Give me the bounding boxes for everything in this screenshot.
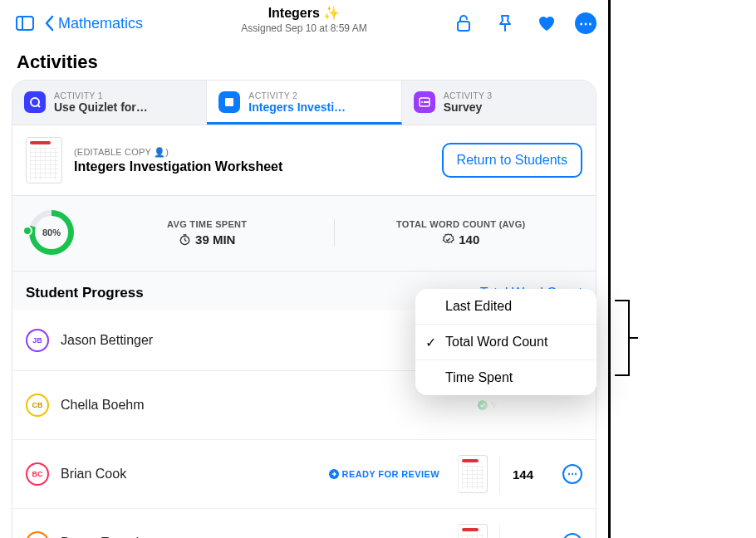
row-more-icon[interactable]: ⋯ — [562, 395, 582, 415]
stat-word-count: TOTAL WORD COUNT (AVG) 140 — [334, 219, 588, 247]
callout-bracket — [615, 300, 630, 301]
page-subtitle: Assigned Sep 10 at 8:59 AM — [241, 22, 366, 34]
stats-row: 80% AVG TIME SPENT 39 MIN TOTAL WORD COU… — [12, 196, 596, 271]
activity-tabs: ACTIVITY 1 Use Quizlet for… ACTIVITY 2 I… — [12, 81, 596, 125]
activity-eyebrow: ACTIVITY 1 — [54, 90, 148, 100]
checkmark-icon: ✓ — [425, 335, 436, 350]
student-progress-heading: Student Progress — [26, 285, 144, 301]
worksheet-row: (EDITABLE COPY 👤) Integers Investigation… — [12, 125, 596, 196]
progress-percent: 80% — [35, 216, 68, 249]
arrow-icon — [329, 469, 339, 479]
worksheet-title: Integers Investigation Worksheet — [74, 159, 430, 174]
stat-avg-time: AVG TIME SPENT 39 MIN — [81, 219, 334, 247]
student-row[interactable]: BC Brian Cook READY FOR REVIEW 144 ⋯ — [12, 440, 596, 509]
submission-thumbnail[interactable] — [458, 455, 488, 493]
check-icon — [478, 400, 488, 410]
student-name: Chella Boehm — [61, 398, 145, 413]
back-button[interactable]: Mathematics — [43, 15, 143, 32]
svg-rect-9 — [424, 101, 429, 103]
progress-ring: 80% — [24, 208, 74, 257]
svg-point-8 — [421, 101, 423, 103]
row-more-icon[interactable]: ⋯ — [562, 533, 582, 538]
student-name: Jason Bettinger — [61, 333, 153, 348]
clock-icon — [179, 233, 191, 246]
popup-option-total-word-count[interactable]: ✓ Total Word Count — [415, 325, 596, 360]
activity-eyebrow: ACTIVITY 2 — [248, 90, 346, 100]
activity-tab-3[interactable]: ACTIVITY 3 Survey — [402, 81, 596, 125]
submission-thumbnail[interactable] — [458, 524, 488, 538]
back-label: Mathematics — [58, 15, 143, 32]
student-avatar: BC — [26, 462, 49, 486]
student-name: Brian Cook — [61, 467, 126, 482]
svg-rect-0 — [17, 17, 33, 30]
quizlet-app-icon — [24, 91, 46, 113]
activities-heading: Activities — [0, 46, 608, 80]
more-menu-icon[interactable]: ⋯ — [575, 12, 596, 34]
svg-line-5 — [37, 105, 40, 107]
survey-app-icon — [414, 91, 435, 113]
top-right-actions: ⋯ — [450, 10, 596, 37]
stat-label: TOTAL WORD COUNT (AVG) — [335, 219, 588, 229]
badge-icon — [442, 233, 454, 246]
student-value: 144 — [499, 456, 546, 493]
sparkle-icon: ✨ — [323, 6, 340, 20]
student-value: 146 — [499, 525, 546, 539]
editable-copy-tag: (EDITABLE COPY 👤) — [74, 147, 430, 158]
sidebar-toggle-icon[interactable] — [12, 10, 38, 37]
student-avatar: DE — [26, 531, 49, 538]
activity-label: Survey — [444, 100, 493, 114]
worksheet-meta: (EDITABLE COPY 👤) Integers Investigation… — [74, 147, 430, 174]
stat-value: 140 — [335, 232, 588, 247]
status-badge: READY FOR REVIEW — [329, 469, 439, 479]
activity-label: Use Quizlet for… — [54, 100, 148, 114]
row-more-icon[interactable]: ⋯ — [562, 464, 582, 484]
unlock-icon[interactable] — [450, 10, 477, 37]
activity-tab-2[interactable]: ACTIVITY 2 Integers Investi… — [207, 81, 401, 125]
progress-dot-icon — [22, 226, 32, 236]
favorite-icon[interactable] — [533, 10, 560, 37]
popup-option-time-spent[interactable]: Time Spent — [415, 360, 596, 395]
pin-icon[interactable] — [492, 10, 518, 37]
svg-rect-2 — [458, 22, 469, 31]
stat-value: 39 MIN — [81, 232, 334, 247]
top-nav: Mathematics Integers ✨ Assigned Sep 10 a… — [0, 0, 608, 46]
svg-rect-6 — [225, 98, 233, 106]
activity-eyebrow: ACTIVITY 3 — [444, 90, 493, 100]
svg-line-12 — [185, 240, 187, 241]
app-frame: Mathematics Integers ✨ Assigned Sep 10 a… — [0, 0, 611, 538]
filter-popup: Last Edited ✓ Total Word Count Time Spen… — [415, 289, 596, 395]
worksheet-thumbnail[interactable] — [26, 137, 62, 183]
page-title-block: Integers ✨ Assigned Sep 10 at 8:59 AM — [241, 5, 366, 34]
popup-option-last-edited[interactable]: Last Edited — [415, 289, 596, 325]
return-to-students-button[interactable]: Return to Students — [442, 143, 582, 178]
page-title: Integers ✨ — [241, 5, 366, 21]
student-row[interactable]: DE Daren Estrada ASKED TO TRY AGAIN 146 … — [12, 509, 596, 538]
status-badge: V — [478, 400, 498, 410]
student-avatar: CB — [26, 394, 49, 417]
student-avatar: JB — [26, 329, 49, 352]
stat-label: AVG TIME SPENT — [81, 219, 334, 229]
worksheet-app-icon — [218, 91, 240, 113]
activity-tab-1[interactable]: ACTIVITY 1 Use Quizlet for… — [12, 81, 207, 125]
activity-label: Integers Investi… — [248, 100, 346, 114]
